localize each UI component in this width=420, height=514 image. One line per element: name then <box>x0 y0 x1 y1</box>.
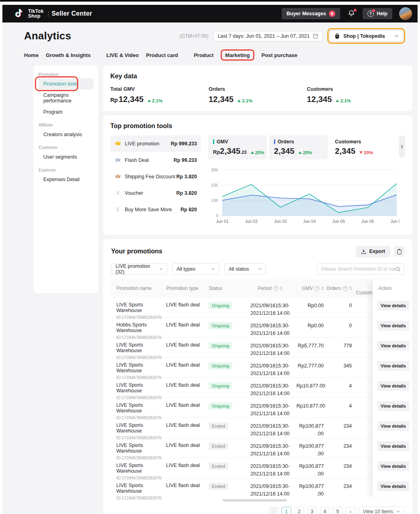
page-button-3[interactable]: 3 <box>307 507 317 514</box>
page-button-4[interactable]: 4 <box>320 507 330 514</box>
tab-growth-insights[interactable]: Growth & Insights <box>46 52 91 58</box>
sidebar-item-campaigns-performance[interactable]: Campaigns performance <box>39 90 93 106</box>
chevron-right-icon <box>401 145 403 149</box>
crown-rank-icon: 3 <box>114 173 121 180</box>
metric-card-value: 2,345 <box>335 147 355 156</box>
page-button-5[interactable]: 5 <box>333 507 343 514</box>
page-button-2[interactable]: 2 <box>294 507 304 514</box>
svg-text:Jun 03: Jun 03 <box>274 219 287 224</box>
sidebar-item-user-segments[interactable]: User segments <box>39 151 93 163</box>
metric-label: Customers <box>307 86 405 92</box>
status-badge: Ended <box>209 463 228 470</box>
tool-rank-item-flash-deal[interactable]: 2Flash DealRp 99.233 <box>110 152 201 168</box>
tab-product[interactable]: Product <box>194 52 213 58</box>
action-cell: View details <box>373 438 404 458</box>
notification-dot <box>354 9 357 12</box>
help-button[interactable]: ? Help <box>363 8 392 19</box>
tool-rank-item-shipping-fee-discount[interactable]: 3Shipping Fee DiscountRp 3.820 <box>110 168 201 185</box>
tab-marketing[interactable]: Marketing <box>225 52 250 58</box>
date-range-picker[interactable]: Last 7 days: Jun 01, 2021 – Jun 07, 2021 <box>213 31 323 41</box>
sidebar-item-expenses-detail[interactable]: Expenses Detail <box>39 174 93 185</box>
question-circle-icon[interactable]: ? <box>273 286 278 291</box>
question-circle-icon[interactable]: ? <box>343 286 348 291</box>
brand[interactable]: TikTok Shop <box>14 8 44 19</box>
sidebar-item-program[interactable]: Program <box>39 106 93 118</box>
table-row: LIVE Sports Warehouse ID:172846789802839… <box>111 298 404 318</box>
action-cell: View details <box>373 398 404 418</box>
page-title: Analytics <box>24 30 71 42</box>
view-details-button[interactable]: View details <box>377 461 409 471</box>
next-page-button[interactable]: › <box>346 507 355 514</box>
view-details-button[interactable]: View details <box>377 321 409 330</box>
tiktok-logo-icon <box>14 8 24 19</box>
promotion-orders: 0 <box>324 298 352 317</box>
arrow-down-icon <box>359 151 363 154</box>
svg-text:2: 2 <box>117 159 118 161</box>
customers-metric-card[interactable]: Customers 2,345 20% <box>330 135 389 159</box>
orders-metric-card[interactable]: Orders 2,345 20% <box>269 135 328 159</box>
col-header-orders[interactable]: Orders? <box>324 286 352 291</box>
svg-text:30K: 30K <box>211 168 218 172</box>
view-details-button[interactable]: View details <box>377 421 409 431</box>
sidebar-section-expense: Expense <box>39 167 93 172</box>
page: TikTok Shop | Seller Center Buyer Messag… <box>0 0 420 514</box>
search-icon[interactable] <box>396 267 401 272</box>
sort-icon[interactable] <box>280 286 282 290</box>
table-row: Hobbs Sports Warehouse ID:17284678980283… <box>111 318 404 338</box>
promotion-name: LIVE Sports Warehouse <box>116 443 163 454</box>
prev-page-button[interactable]: ‹ <box>269 507 278 514</box>
cards-scroll-right-button[interactable] <box>399 135 405 158</box>
sidebar-item-creators-analysis[interactable]: Creators analysis <box>39 129 93 140</box>
tool-rank-item-buy-more-save-more[interactable]: 5Buy More Save MoreRp 820 <box>110 201 201 218</box>
metric-card-value: 2,345 <box>220 147 240 156</box>
view-details-button[interactable]: View details <box>377 401 409 411</box>
buyer-messages-button[interactable]: Buyer Messages 8 <box>282 8 340 19</box>
type-filter-select[interactable]: All types <box>172 263 219 275</box>
tool-rank-item-voucher[interactable]: 4VoucherRp 3.820 <box>110 185 201 201</box>
page-button-1[interactable]: 1 <box>282 507 291 514</box>
col-header-period[interactable]: Period? <box>243 286 296 291</box>
avatar[interactable] <box>399 7 412 20</box>
promotion-period: 2021/09/1615:30-2021/12/16 14:00 <box>243 318 296 337</box>
gmv-metric-card[interactable]: GMV Rp 2,345 .23 20% <box>208 135 267 159</box>
clipboard-icon <box>397 249 402 255</box>
tab-home[interactable]: Home <box>24 52 39 58</box>
svg-text:Jun 07: Jun 07 <box>390 219 400 224</box>
view-details-button[interactable]: View details <box>377 481 409 491</box>
view-details-button[interactable]: View details <box>377 441 409 451</box>
view-details-button[interactable]: View details <box>377 381 409 391</box>
table-header-row: Promotion name Promotion type Status Per… <box>111 279 404 298</box>
col-header-gmv[interactable]: GMV? <box>296 286 324 291</box>
metric-card-value: 2,345 <box>274 147 294 156</box>
tab-live-video[interactable]: LIVE & Video <box>106 52 139 58</box>
shop-selector[interactable]: Shop | Tokopedia <box>330 31 403 41</box>
tool-rank-item-live-promotion[interactable]: 1LIVE promotionRp 999.233 <box>110 135 201 152</box>
clipboard-button[interactable] <box>394 246 404 257</box>
promotion-gmv: Rp100,877.00 <box>296 458 324 478</box>
export-button[interactable]: Export <box>356 246 390 257</box>
promotion-search-input[interactable] <box>321 266 396 272</box>
view-details-button[interactable]: View details <box>377 301 409 310</box>
promotion-gmv: Rp2,777.00 <box>296 358 324 377</box>
promotion-tool-select[interactable]: LIVE promotion (32) <box>111 263 167 275</box>
promotions-table: Promotion name Promotion type Status Per… <box>111 279 404 498</box>
table-row: LIVE Sports Warehouse ID:172846789802839… <box>111 358 404 378</box>
sidebar-item-promotion-tools[interactable]: Promotion tools <box>39 78 93 90</box>
metric-value: 12,345 <box>209 95 233 104</box>
page-size-select[interactable]: View 10 Items <box>359 506 404 514</box>
metric-card-label: Customers <box>335 139 361 145</box>
tab-product-card[interactable]: Product card <box>146 52 178 58</box>
question-circle-icon: ? <box>367 10 374 17</box>
notifications-bell-icon[interactable] <box>347 9 356 18</box>
tab-post-purchase[interactable]: Post purchase <box>262 52 298 58</box>
question-circle-icon[interactable]: ? <box>314 286 320 291</box>
status-badge: Ended <box>209 483 228 490</box>
view-details-button[interactable]: View details <box>377 341 409 351</box>
promotion-type: LIVE flash deal <box>163 398 206 418</box>
horizontal-scrollbar-thumb[interactable] <box>223 499 287 502</box>
tool-value: Rp 999.233 <box>171 141 197 147</box>
status-filter-select[interactable]: All status <box>224 263 266 275</box>
view-details-button[interactable]: View details <box>377 361 409 371</box>
action-cell: View details <box>373 418 404 438</box>
rank-number: 4 <box>114 190 121 196</box>
